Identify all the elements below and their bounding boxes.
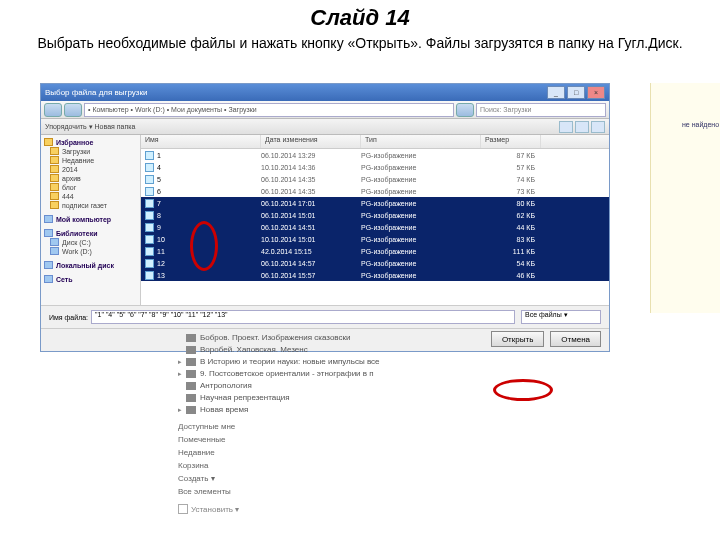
- drive-nav-item[interactable]: Недавние: [178, 448, 478, 457]
- sidebar-item[interactable]: блог: [44, 183, 137, 191]
- view-icon-2[interactable]: [575, 121, 589, 133]
- drive-item[interactable]: Антропология: [178, 381, 478, 390]
- minimize-button[interactable]: _: [547, 86, 565, 99]
- sidebar-item[interactable]: подписи газет: [44, 201, 137, 209]
- col-type[interactable]: Тип: [361, 135, 481, 148]
- open-button[interactable]: Открыть: [491, 331, 544, 347]
- toolbar-organize[interactable]: Упорядочить ▾ Новая папка: [45, 123, 135, 131]
- close-hint[interactable]: не найдено Закрыть: [682, 121, 720, 128]
- sidebar-favorites[interactable]: Избранное: [44, 138, 137, 146]
- sidebar-item[interactable]: Загрузки: [44, 147, 137, 155]
- file-row[interactable]: 506.10.2014 14:35PG-изображение74 КБ: [141, 173, 609, 185]
- refresh-button[interactable]: [456, 103, 474, 117]
- file-row[interactable]: 106.10.2014 13:29PG-изображение87 КБ: [141, 149, 609, 161]
- file-open-dialog: Выбор файла для выгрузки _ □ × • Компьют…: [40, 83, 610, 352]
- file-row[interactable]: 906.10.2014 14:51PG-изображение44 КБ: [141, 221, 609, 233]
- dialog-title: Выбор файла для выгрузки: [45, 88, 545, 97]
- drive-nav-item[interactable]: Создать ▾: [178, 474, 478, 483]
- drive-item[interactable]: ▸9. Постсоветское ориенталии - этнографи…: [178, 369, 478, 378]
- sidebar-item[interactable]: Недавние: [44, 156, 137, 164]
- drive-item[interactable]: ▸В Историю и теории науки: новые импульс…: [178, 357, 478, 366]
- file-row[interactable]: 1206.10.2014 14:57PG-изображение54 КБ: [141, 257, 609, 269]
- file-row[interactable]: 410.10.2014 14:36PG-изображение57 КБ: [141, 161, 609, 173]
- drive-nav-item[interactable]: Доступные мне: [178, 422, 478, 431]
- nav-bar: • Компьютер • Work (D:) • Мои документы …: [41, 101, 609, 119]
- cancel-button[interactable]: Отмена: [550, 331, 601, 347]
- filename-input[interactable]: "1" "4" "5" "6" "7" "8" "9" "10" "11" "1…: [91, 310, 515, 324]
- column-headers: Имя Дата изменения Тип Размер: [141, 135, 609, 149]
- highlight-ring-open: [493, 379, 553, 401]
- file-row[interactable]: 1010.10.2014 15:01PG-изображение83 КБ: [141, 233, 609, 245]
- file-panel: Имя Дата изменения Тип Размер 106.10.201…: [141, 135, 609, 305]
- sidebar-item[interactable]: 444: [44, 192, 137, 200]
- filter-select[interactable]: Все файлы ▾: [521, 310, 601, 324]
- file-row[interactable]: 606.10.2014 14:35PG-изображение73 КБ: [141, 185, 609, 197]
- drive-nav-item[interactable]: Корзина: [178, 461, 478, 470]
- close-button[interactable]: ×: [587, 86, 605, 99]
- toolbar: Упорядочить ▾ Новая папка: [41, 119, 609, 135]
- sidebar-network[interactable]: Сеть: [44, 275, 137, 283]
- col-date[interactable]: Дата изменения: [261, 135, 361, 148]
- view-icon[interactable]: [559, 121, 573, 133]
- install-icon: [178, 504, 188, 514]
- col-name[interactable]: Имя: [141, 135, 261, 148]
- drive-item[interactable]: ▸Новая время: [178, 405, 478, 414]
- forward-button[interactable]: [64, 103, 82, 117]
- sidebar-libraries[interactable]: Библиотеки: [44, 229, 137, 237]
- help-icon[interactable]: [591, 121, 605, 133]
- sidebar-item[interactable]: Work (D:): [44, 247, 137, 255]
- file-row[interactable]: 806.10.2014 15:01PG-изображение62 КБ: [141, 209, 609, 221]
- drive-item[interactable]: Научная репрезентация: [178, 393, 478, 402]
- file-row[interactable]: 706.10.2014 17:01PG-изображение80 КБ: [141, 197, 609, 209]
- drive-item[interactable]: Бобров. Проект. Изображения сказовски: [178, 333, 478, 342]
- sidebar-drive[interactable]: Локальный диск: [44, 261, 137, 269]
- sidebar-computer[interactable]: Мой компьютер: [44, 215, 137, 223]
- drive-nav-item[interactable]: Помеченные: [178, 435, 478, 444]
- sidebar-item[interactable]: 2014: [44, 165, 137, 173]
- dialog-footer: Имя файла: "1" "4" "5" "6" "7" "8" "9" "…: [41, 305, 609, 328]
- col-size[interactable]: Размер: [481, 135, 541, 148]
- file-row[interactable]: 1142.0.2014 15:15PG-изображение111 КБ: [141, 245, 609, 257]
- drive-nav-item[interactable]: Все элементы: [178, 487, 478, 496]
- background-panel: не найдено Закрыть: [650, 83, 720, 313]
- maximize-button[interactable]: □: [567, 86, 585, 99]
- back-button[interactable]: [44, 103, 62, 117]
- drive-item[interactable]: Воробей. Хаповская. Мезенс: [178, 345, 478, 354]
- filename-label: Имя файла:: [49, 314, 88, 321]
- drive-footer[interactable]: Установить ▾: [178, 504, 478, 514]
- slide-title: Слайд 14: [0, 5, 720, 31]
- sidebar-item[interactable]: Диск (C:): [44, 238, 137, 246]
- file-row[interactable]: 1306.10.2014 15:57PG-изображение46 КБ: [141, 269, 609, 281]
- search-input[interactable]: Поиск: Загрузки: [476, 103, 606, 117]
- sidebar-item[interactable]: архив: [44, 174, 137, 182]
- drive-folder-list: Бобров. Проект. Изображения сказовскиВор…: [178, 330, 478, 514]
- breadcrumb[interactable]: • Компьютер • Work (D:) • Мои документы …: [84, 103, 454, 117]
- sidebar: Избранное ЗагрузкиНедавние2014архивблог4…: [41, 135, 141, 305]
- slide-description: Выбрать необходимые файлы и нажать кнопк…: [20, 34, 700, 54]
- titlebar: Выбор файла для выгрузки _ □ ×: [41, 84, 609, 101]
